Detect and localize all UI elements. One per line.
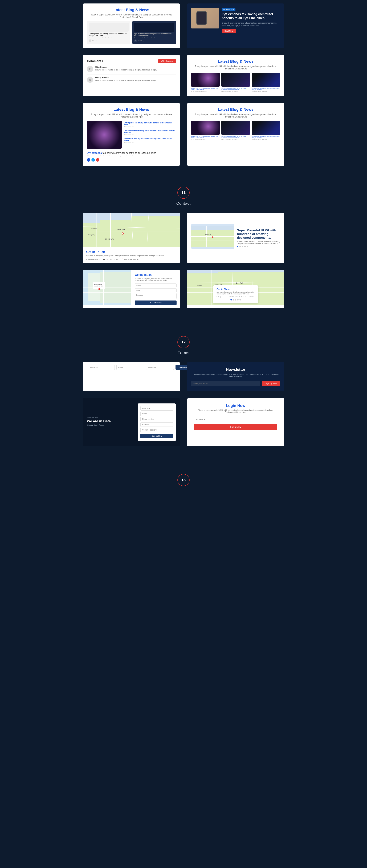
comment-1-text: Today is super powerful UI kit, so you c… <box>95 69 157 71</box>
contact-form-title: Get in Touch <box>135 273 176 277</box>
svg-text:New York: New York <box>205 234 211 235</box>
list-item-1: Lyft expands tax-saving commuter benefit… <box>124 121 176 129</box>
uikit-map-svg: New York <box>191 224 234 249</box>
lyft-heading: Lyft expands tax-saving commuter benefit… <box>222 12 280 20</box>
blog-full-title: Latest Blog & News <box>191 59 280 64</box>
popup-phone: +001 395 223 544 <box>228 296 240 298</box>
badge-circle-13: 13 <box>177 474 190 486</box>
contact-form-half: Get in Touch Our team of designers, deve… <box>131 270 180 308</box>
beta-phone-input[interactable] <box>140 417 173 421</box>
blog-full-card-2: Latest Blog & News Today is super powerf… <box>187 103 284 166</box>
badge-label-11: Contact <box>176 201 191 206</box>
popup-dots <box>217 299 255 301</box>
signup-username-input[interactable] <box>87 365 115 370</box>
write-comment-btn[interactable]: Write Comment <box>158 59 176 63</box>
popup-title: Get in Touch <box>217 288 255 290</box>
send-message-btn[interactable]: Send Message <box>135 301 176 305</box>
uikit-heading: Super Powerful UI Kit with hundreds of a… <box>237 229 280 240</box>
beta-confirm-password-input[interactable] <box>140 428 173 432</box>
svg-point-24 <box>212 237 214 238</box>
address-icon: 📍 <box>121 258 123 260</box>
popup-dot-1 <box>230 299 232 301</box>
comment-2-text: Today is super powerful UI kit, so you c… <box>95 79 157 82</box>
svg-rect-18 <box>191 230 234 247</box>
login-username-input[interactable] <box>194 416 277 422</box>
phone-icon: ☎ <box>103 258 105 260</box>
contact-row-1: New York BROOKLYN Newark Jersey City Get… <box>14 213 353 263</box>
newsletter-title: Newsletter <box>191 367 280 372</box>
blog-col-2-3-title: Lyft expands tax-saving commuter benefit… <box>252 135 280 138</box>
beta-text-side: Today is in Beta We are in Beta. Sign up… <box>87 416 133 428</box>
contact-row-2: Copenhagen, Main Street 1234 Get in Touc… <box>14 270 353 308</box>
blog-card-mini-posts: Latest Blog & News Today is super powerf… <box>83 3 180 48</box>
svg-text:Newark: Newark <box>91 228 97 229</box>
svg-text:Jersey City: Jersey City <box>215 283 223 285</box>
newsletter-signup-btn[interactable]: Sign Up Now <box>262 381 280 386</box>
svg-point-35 <box>98 288 100 290</box>
svg-rect-2 <box>100 220 135 247</box>
uikit-map-side: New York <box>191 224 234 251</box>
popup-dot-4 <box>237 299 238 301</box>
contact-name-input[interactable] <box>135 283 176 287</box>
popup-dot-3 <box>235 299 236 301</box>
contact-map-card-1: New York BROOKLYN Newark Jersey City Get… <box>83 213 180 263</box>
section-11-badge: 11 Contact <box>0 187 367 206</box>
contact-popup-card: Newark Jersey City New York BROOKLYN Get… <box>187 270 284 308</box>
page-wrapper: Latest Blog & News Today is super powerf… <box>0 0 367 489</box>
main-post-title-suffix: tax-saving commuter benefits to all Lyft… <box>103 152 156 154</box>
blog-img-2-2 <box>221 121 250 135</box>
blog-col-3-title: Lyft expands tax-saving commuter benefit… <box>252 87 280 90</box>
badge-circle-12: 12 <box>177 336 190 348</box>
lyft-read-more-btn[interactable]: Read More <box>222 29 236 33</box>
blog-img-1 <box>191 73 220 87</box>
blog-img-2 <box>221 73 250 87</box>
login-now-btn[interactable]: Login Now <box>194 424 277 430</box>
author-1: Elliot Cooper <box>92 40 100 42</box>
svg-text:New York: New York <box>117 228 125 230</box>
social-icon-fb: f <box>87 158 90 162</box>
mini-card-2-title: Lyft expands tax-saving commuter benefit… <box>134 33 174 36</box>
contact-email-input[interactable] <box>135 288 176 292</box>
dot-4 <box>244 246 246 247</box>
beta-email-input[interactable] <box>140 412 173 416</box>
badge-number-13: 13 <box>181 478 186 482</box>
svg-text:New York: New York <box>236 282 244 284</box>
signup-password-input[interactable] <box>146 365 174 370</box>
blog-col-2-3: Lyft expands tax-saving commuter benefit… <box>252 121 280 140</box>
login-card: Login Now Today is super powerful UI kit… <box>187 398 284 446</box>
popup-address: Main Street 326 NYC <box>241 296 254 298</box>
dot-2 <box>239 246 241 247</box>
blog-col-2-2: Commercial type flexibly for its full sc… <box>221 121 250 140</box>
uikit-text-area: Super Powerful UI Kit with hundreds of a… <box>237 229 280 247</box>
signup-email-input[interactable] <box>116 365 144 370</box>
mini-card-1-desc: Driez commuter benefits with coffee time… <box>89 37 129 39</box>
blog-big-subtitle: Today is super powerful UI kit with hund… <box>87 113 176 118</box>
blog-mini-cards: Lyft expands tax-saving commuter benefit… <box>87 21 176 44</box>
beta-username-input[interactable] <box>140 406 173 410</box>
popup-info-row: hello@email.com +001 395 223 544 Main St… <box>217 296 255 298</box>
blog-img-2-3 <box>252 121 280 135</box>
beta-password-input[interactable] <box>140 422 173 427</box>
beta-heading: We are in Beta. <box>87 419 133 423</box>
blog-mini-card-2: Lyft expands tax-saving commuter benefit… <box>133 21 176 44</box>
contact-message-input[interactable] <box>135 293 176 299</box>
svg-text:Newark: Newark <box>197 284 202 286</box>
mini-card-1-title: Lyft expands tax-saving commuter benefit… <box>89 33 129 36</box>
social-icons-row: f t g <box>87 158 176 162</box>
contact-popup-map: Newark Jersey City New York BROOKLYN Get… <box>187 270 284 305</box>
watch-shape <box>196 11 207 25</box>
blog-col-2-1: SpaceX will be a triple bounder landing … <box>191 121 220 140</box>
badge-label-12: Forms <box>177 351 189 355</box>
beta-dark-card: Today is in Beta We are in Beta. Sign up… <box>83 398 180 446</box>
phone-text: +001 395 223 544 <box>106 258 118 260</box>
beta-signup-btn[interactable]: Sign Up Now <box>140 434 173 438</box>
badge-number-12: 12 <box>181 340 186 344</box>
blog-row-1: Latest Blog & News Today is super powerf… <box>14 3 353 48</box>
lyft-inner: TECHNOLOGY Lyft expands tax-saving commu… <box>187 3 284 37</box>
newsletter-desc: Today is super powerful UI kit with hund… <box>191 373 280 377</box>
dot-5 <box>247 246 248 247</box>
blog-full-card: Latest Blog & News Today is super powerf… <box>187 55 284 96</box>
newsletter-email-input[interactable] <box>191 381 260 386</box>
blog-col-2-1-title: SpaceX will be a triple bounder landing … <box>191 135 220 138</box>
badge-circle-11: 11 <box>177 187 190 199</box>
